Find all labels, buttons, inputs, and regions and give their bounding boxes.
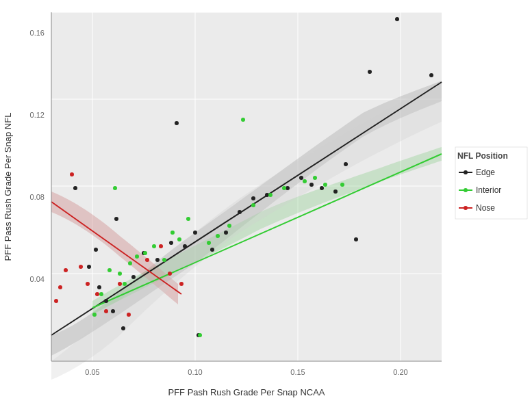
data-point-edge [131,275,136,279]
x-tick-label: 0.10 [188,368,202,376]
data-point-edge [193,231,197,235]
legend-edge-label: Edge [476,168,495,177]
data-point-nose [179,282,183,286]
y-tick-label: 0.12 [30,111,45,119]
data-point-edge [299,176,303,180]
data-point-interior [107,268,112,272]
data-point-nose [54,299,58,303]
data-point-edge [210,248,214,252]
data-point-interior [268,193,273,197]
data-point-interior [323,183,327,187]
data-point-nose [104,309,108,313]
data-point-nose [58,285,62,289]
data-point-interior [340,183,344,187]
data-point-interior [135,254,139,259]
x-axis-label: PFF Pash Rush Grade Per Snap NCAA [168,387,325,397]
data-point-interior [227,224,231,228]
data-point-nose [127,313,131,317]
data-point-interior [123,282,127,286]
data-point-edge [344,162,348,166]
data-point-interior [143,251,147,255]
data-point-nose [118,282,122,286]
data-point-interior [207,241,211,245]
data-point-interior [128,261,132,265]
data-point-nose [86,282,90,286]
data-point-interior [118,272,122,276]
data-point-edge [169,241,173,245]
data-point-nose [64,268,68,272]
x-tick-label: 0.05 [85,368,99,376]
data-point-edge [111,309,115,313]
data-point-interior [99,292,103,296]
data-point-interior [92,313,97,317]
data-point-edge [114,217,118,221]
legend-interior-dot [464,188,468,192]
data-point-edge [104,299,108,303]
data-point-edge [175,121,179,125]
data-point-nose [79,265,83,269]
data-point-edge [238,210,242,214]
data-point-interior [186,217,190,221]
data-point-nose [145,258,149,262]
chart-container: 0.05 0.10 0.15 0.20 0.04 0.08 0.12 0.16 … [0,0,532,407]
data-point-interior [113,186,117,190]
x-tick-label: 0.15 [290,368,305,376]
data-point-interior [162,258,166,262]
y-axis-label: PFF Pass Rush Grade Per Snap NFL [3,113,13,261]
data-point-edge [87,265,91,269]
legend-nose-dot [464,206,468,210]
data-point-edge [183,244,187,248]
legend-interior-label: Interior [476,185,501,195]
data-point-edge [73,186,77,190]
data-point-nose [70,172,74,176]
x-tick-label: 0.20 [393,368,407,376]
data-point-edge [121,326,125,330]
data-point-edge [429,73,433,77]
data-point-edge [333,189,338,194]
data-point-interior [216,234,220,238]
data-point-edge [94,248,98,252]
data-point-interior [313,176,317,180]
data-point-edge [368,70,372,74]
data-point-nose [168,272,172,276]
data-point-interior [198,333,202,337]
data-point-edge [395,17,399,21]
data-point-interior [152,244,156,248]
data-point-edge [309,183,314,187]
legend-edge-dot [464,170,468,174]
data-point-interior [241,118,245,122]
y-tick-label: 0.08 [30,193,45,201]
data-point-interior [177,237,181,241]
data-point-edge [97,285,101,289]
data-point-edge [224,231,228,235]
data-point-edge [320,186,324,190]
y-tick-label: 0.04 [30,275,45,283]
data-point-nose [159,244,163,248]
y-tick-label: 0.16 [30,29,45,37]
data-point-interior [282,186,286,190]
data-point-edge [155,258,160,262]
data-point-interior [170,231,175,235]
data-point-interior [303,179,307,183]
data-point-interior [251,203,255,207]
legend-title: NFL Position [457,151,508,161]
legend-nose-label: Nose [476,203,495,213]
data-point-edge [354,237,358,241]
data-point-edge [251,196,255,200]
data-point-nose [95,292,99,296]
